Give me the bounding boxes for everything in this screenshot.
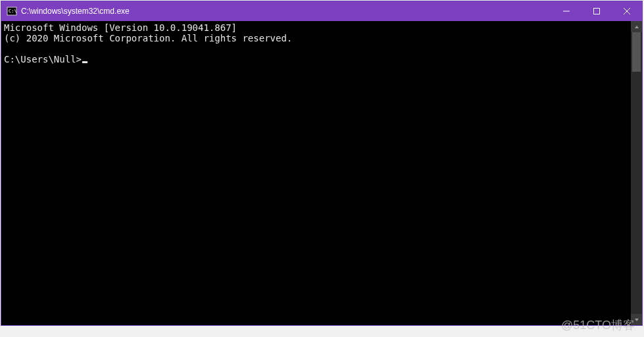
output-line: (c) 2020 Microsoft Corporation. All righ… <box>4 33 292 43</box>
prompt: C:\Users\Null> <box>4 54 82 65</box>
output-line: Microsoft Windows [Version 10.0.19041.86… <box>4 22 237 33</box>
close-button[interactable] <box>612 1 642 21</box>
cmd-window: C:\ C:\windows\system32\cmd.exe Microsof… <box>1 1 643 326</box>
scroll-thumb[interactable] <box>632 32 641 72</box>
svg-marker-6 <box>635 26 639 28</box>
minimize-button[interactable] <box>551 1 582 21</box>
titlebar[interactable]: C:\ C:\windows\system32\cmd.exe <box>1 1 642 21</box>
terminal-output[interactable]: Microsoft Windows [Version 10.0.19041.86… <box>1 21 631 325</box>
client-area: Microsoft Windows [Version 10.0.19041.86… <box>1 21 642 325</box>
scroll-up-button[interactable] <box>631 21 642 32</box>
svg-rect-3 <box>594 9 600 14</box>
cursor <box>82 61 87 63</box>
vertical-scrollbar[interactable] <box>631 21 642 325</box>
scroll-down-button[interactable] <box>631 314 642 325</box>
svg-marker-7 <box>635 319 639 321</box>
cmd-icon: C:\ <box>7 6 17 16</box>
window-title: C:\windows\system32\cmd.exe <box>21 7 551 16</box>
window-controls <box>551 1 642 21</box>
maximize-button[interactable] <box>582 1 612 21</box>
scroll-track[interactable] <box>631 32 642 314</box>
svg-text:C:\: C:\ <box>9 9 17 14</box>
